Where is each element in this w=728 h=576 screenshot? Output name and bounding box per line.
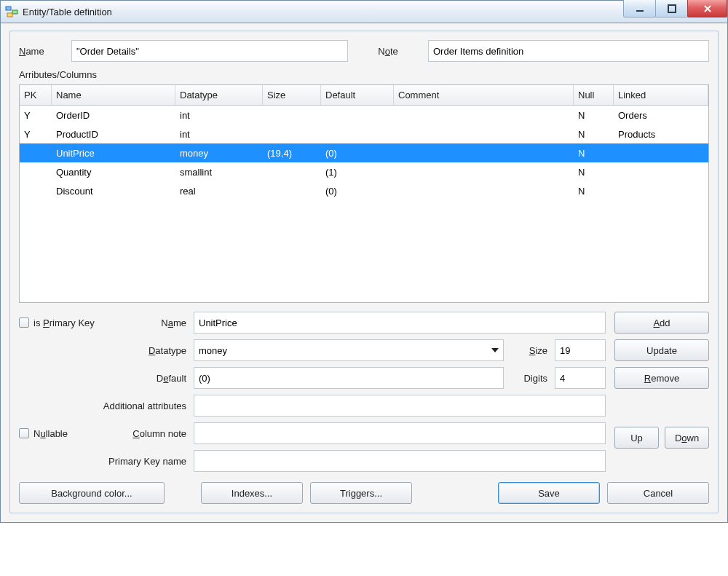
table-cell: Products — [614, 129, 708, 140]
table-row[interactable]: Quantitysmallint(1)N — [20, 162, 708, 181]
table-cell: int — [175, 129, 263, 140]
table-cell: (0) — [321, 186, 394, 197]
up-button[interactable]: Up — [614, 427, 659, 449]
minimize-button[interactable] — [623, 0, 656, 17]
table-cell: (19,4) — [263, 148, 321, 159]
table-cell: Y — [20, 110, 52, 121]
field-name-label: Name — [121, 317, 194, 328]
svg-rect-2 — [7, 13, 12, 17]
table-cell: N — [574, 129, 614, 140]
inner-frame: Name Note Arributes/Columns PK Name Data… — [9, 31, 719, 513]
columns-grid[interactable]: PK Name Datatype Size Default Comment Nu… — [19, 84, 709, 303]
grid-body: YOrderIDintNOrdersYProductIDintNProducts… — [20, 106, 708, 200]
table-cell: smallint — [175, 167, 263, 178]
titlebar: Entity/Table definition — [0, 0, 728, 23]
bottom-button-row: Background color... Indexes... Triggers.… — [19, 482, 709, 504]
form-area: is Primary Key Name Datatype money Size — [19, 312, 709, 478]
field-digits-label: Digits — [504, 373, 555, 384]
table-cell: UnitPrice — [52, 148, 175, 159]
table-row[interactable]: Discountreal(0)N — [20, 181, 708, 200]
indexes-button[interactable]: Indexes... — [201, 482, 303, 504]
field-additional-label: Additional attributes — [77, 401, 194, 411]
table-row[interactable]: YOrderIDintNOrders — [20, 106, 708, 125]
entity-note-input[interactable] — [428, 40, 709, 62]
field-digits-input[interactable] — [555, 367, 606, 389]
table-cell: N — [574, 110, 614, 121]
triggers-button[interactable]: Triggers... — [310, 482, 412, 504]
field-size-input[interactable] — [555, 339, 606, 361]
add-button[interactable]: Add — [614, 312, 709, 334]
name-label: Name — [19, 46, 71, 57]
nullable-checkbox[interactable] — [19, 428, 29, 438]
attributes-section-label: Arributes/Columns — [19, 69, 709, 80]
save-button[interactable]: Save — [498, 482, 600, 504]
table-cell: money — [175, 148, 263, 159]
field-colnote-label: Column note — [121, 428, 194, 439]
field-additional-input[interactable] — [194, 395, 606, 417]
table-cell: N — [574, 148, 614, 159]
close-button[interactable] — [687, 0, 727, 17]
window-title: Entity/Table definition — [23, 7, 112, 17]
right-button-column: Add Update Remove Up Down — [614, 312, 709, 478]
col-header-linked[interactable]: Linked — [614, 85, 708, 105]
form-left: is Primary Key Name Datatype money Size — [19, 312, 606, 478]
col-header-comment[interactable]: Comment — [394, 85, 574, 105]
table-row[interactable]: YProductIDintNProducts — [20, 125, 708, 143]
is-primary-key-label: is Primary Key — [33, 317, 95, 328]
table-cell: N — [574, 186, 614, 197]
table-cell: Orders — [614, 110, 708, 121]
field-datatype-label: Datatype — [121, 345, 194, 356]
col-header-size[interactable]: Size — [263, 85, 321, 105]
dropdown-caret-icon — [491, 348, 499, 352]
field-name-input[interactable] — [194, 312, 606, 334]
table-cell: N — [574, 167, 614, 178]
field-default-input[interactable] — [194, 367, 504, 389]
field-colnote-input[interactable] — [194, 422, 606, 444]
field-default-label: Default — [121, 373, 194, 384]
table-row[interactable]: UnitPricemoney(19,4)(0)N — [20, 143, 708, 162]
field-datatype-select[interactable]: money — [194, 339, 504, 361]
table-cell: real — [175, 186, 263, 197]
update-button[interactable]: Update — [614, 339, 709, 361]
field-datatype-value: money — [199, 345, 227, 356]
note-label: Note — [348, 46, 428, 57]
field-pkname-label: Primary Key name — [77, 456, 194, 467]
background-color-button[interactable]: Background color... — [19, 482, 165, 504]
is-primary-key-checkbox[interactable] — [19, 317, 29, 328]
table-cell: OrderID — [52, 110, 175, 121]
col-header-null[interactable]: Null — [574, 85, 614, 105]
svg-rect-4 — [668, 5, 676, 12]
table-cell: Quantity — [52, 167, 175, 178]
header-row: Name Note — [19, 40, 709, 62]
field-pkname-input[interactable] — [194, 450, 606, 472]
col-header-default[interactable]: Default — [321, 85, 394, 105]
nullable-label: Nullable — [33, 428, 68, 439]
col-header-datatype[interactable]: Datatype — [175, 85, 263, 105]
app-icon — [5, 5, 18, 18]
svg-rect-1 — [12, 10, 17, 14]
svg-rect-3 — [636, 10, 644, 12]
svg-rect-0 — [6, 7, 11, 10]
grid-header: PK Name Datatype Size Default Comment Nu… — [20, 85, 708, 106]
cancel-button[interactable]: Cancel — [607, 482, 709, 504]
entity-name-input[interactable] — [71, 40, 348, 62]
table-cell: (0) — [321, 148, 394, 159]
col-header-pk[interactable]: PK — [20, 85, 52, 105]
table-cell: int — [175, 110, 263, 121]
window-controls — [624, 0, 727, 17]
table-cell: Y — [20, 129, 52, 140]
remove-button[interactable]: Remove — [614, 367, 709, 389]
table-cell: ProductID — [52, 129, 175, 140]
field-size-label: Size — [504, 345, 555, 356]
col-header-name[interactable]: Name — [52, 85, 175, 105]
maximize-button[interactable] — [655, 0, 688, 17]
table-cell: (1) — [321, 167, 394, 178]
dialog-body: Name Note Arributes/Columns PK Name Data… — [0, 23, 728, 523]
down-button[interactable]: Down — [665, 427, 709, 449]
table-cell: Discount — [52, 186, 175, 197]
